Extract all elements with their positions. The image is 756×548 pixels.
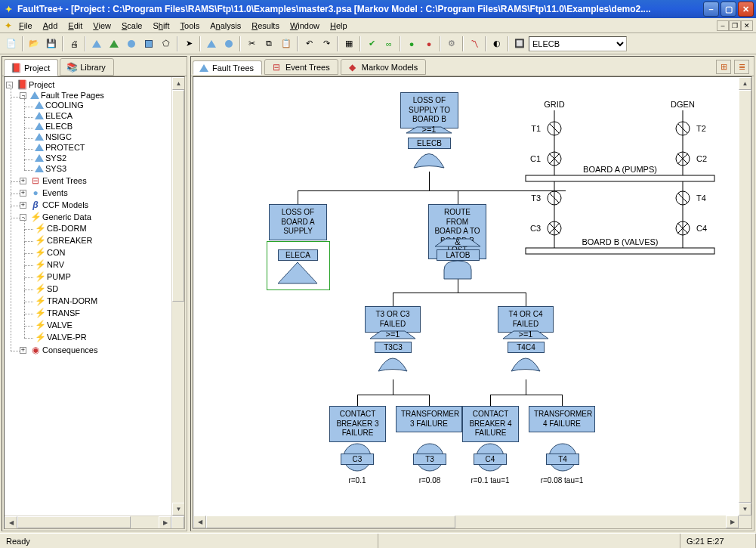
canvas-scrollbar-vertical[interactable]: ▲ ▼	[739, 77, 751, 515]
menu-window[interactable]: Window	[285, 20, 325, 31]
overview-button[interactable]: ⊞	[716, 60, 731, 74]
node-t4-name[interactable]: T4	[546, 454, 579, 465]
tree-ccf-models[interactable]: CCF Models	[42, 200, 88, 209]
tree-gd-item[interactable]: TRANSF	[47, 308, 80, 317]
tb-undo-icon[interactable]: ↶	[301, 36, 317, 52]
tree-generic-data[interactable]: Generic Data	[42, 212, 91, 221]
node-elecb-desc[interactable]: LOSS OF SUPPLY TO BOARD B	[400, 92, 458, 128]
tree-consequences[interactable]: Consequences	[42, 345, 97, 354]
tb-redo-icon[interactable]: ↷	[318, 36, 335, 52]
tb-transfer-icon[interactable]	[140, 36, 157, 52]
node-eleca-name[interactable]: ELECA	[278, 249, 318, 261]
maximize-button[interactable]: ▢	[721, 2, 736, 17]
tree-fault-tree-pages[interactable]: Fault Tree Pages	[41, 91, 104, 100]
tree-ft-item[interactable]: NSIGC	[45, 132, 72, 141]
tb-and-gate-icon[interactable]	[88, 36, 105, 52]
tb-print-icon[interactable]: 🖨	[66, 36, 82, 52]
tree-gd-item[interactable]: PUMP	[47, 272, 71, 281]
tb-paste-icon[interactable]: 📋	[278, 36, 295, 52]
node-t4c4-name[interactable]: T4C4	[508, 342, 545, 353]
menu-file[interactable]: FFileile	[14, 20, 38, 31]
tb-house-icon[interactable]: ⬠	[158, 36, 174, 52]
node-t4c4-desc[interactable]: T4 OR C4 FAILED	[498, 306, 554, 333]
mdi-close-button[interactable]: ✕	[741, 20, 753, 31]
node-c4-desc[interactable]: CONTACT BREAKER 4 FAILURE	[462, 406, 519, 442]
diagram-canvas[interactable]: LOSS OF SUPPLY TO BOARD B >=1 ELECB LOSS…	[193, 77, 751, 528]
node-c3-desc[interactable]: CONTACT BREAKER 3 FAILURE	[329, 406, 386, 442]
tree-ft-item[interactable]: ELECB	[45, 122, 73, 131]
tree-gd-item[interactable]: VALVE	[47, 320, 73, 330]
minimize-button[interactable]: –	[703, 2, 719, 17]
tb-window-icon[interactable]: ▦	[341, 36, 357, 52]
menu-analysis[interactable]: Analysis	[205, 20, 246, 31]
node-t4-desc[interactable]: TRANSFORMER 4 FAILURE	[529, 406, 595, 432]
tree-scrollbar-vertical[interactable]: ▲ ▼	[171, 77, 184, 515]
menu-help[interactable]: Help	[325, 20, 353, 31]
mdi-restore-button[interactable]: ❐	[729, 20, 741, 31]
menu-view[interactable]: View	[88, 20, 116, 31]
tb-save-icon[interactable]: 💾	[43, 36, 60, 52]
tree-ft-item[interactable]: SYS2	[45, 153, 66, 163]
node-t3-desc[interactable]: TRANSFORMER 3 FAILURE	[396, 406, 462, 432]
sidebar-tab-library[interactable]: 📚Library	[60, 58, 114, 76]
project-tree[interactable]: -📕Project -Fault Tree Pages COOLINGELECA…	[5, 77, 184, 358]
node-latob-name[interactable]: LATOB	[437, 249, 480, 261]
generic-data-item-icon: ⚡	[35, 271, 45, 282]
tree-root[interactable]: Project	[29, 80, 54, 89]
menu-results[interactable]: Results	[246, 20, 285, 31]
tree-gd-item[interactable]: TRAN-DORM	[47, 296, 97, 305]
close-button[interactable]: ✕	[738, 2, 754, 17]
svg-text:DGEN: DGEN	[671, 100, 695, 109]
menu-shift[interactable]: Shift	[148, 20, 175, 31]
sidebar-tab-project[interactable]: 📕Project	[4, 59, 58, 76]
content-tab-fault-trees[interactable]: Fault Trees	[193, 60, 262, 75]
tb-check-icon[interactable]: ✔	[363, 36, 380, 52]
tree-gd-item[interactable]: SD	[47, 284, 58, 293]
node-eleca-desc[interactable]: LOSS OF BOARD A SUPPLY	[269, 204, 327, 240]
tree-event-trees[interactable]: Event Trees	[42, 176, 87, 185]
tree-gd-item[interactable]: VALVE-PR	[47, 333, 87, 342]
tb-chart-icon[interactable]: 〽	[466, 36, 483, 52]
tb-pie-icon[interactable]: ◐	[489, 36, 505, 52]
menu-scale[interactable]: Scale	[116, 20, 148, 31]
content-tab-markov[interactable]: ◆Markov Models	[341, 59, 427, 75]
tree-scrollbar-horizontal[interactable]: ◀ ▶	[5, 515, 184, 528]
tree-ft-item[interactable]: PROTECT	[45, 143, 85, 152]
canvas-scrollbar-horizontal[interactable]: ◀ ▶	[193, 515, 739, 528]
tb-marker2-icon[interactable]: ●	[421, 36, 437, 52]
tb-gear-icon[interactable]: ⚙	[443, 36, 460, 52]
menu-edit[interactable]: Edit	[63, 20, 88, 31]
menu-tools[interactable]: Tools	[175, 20, 205, 31]
node-t3c3-desc[interactable]: T3 OR C3 FAILED	[365, 306, 421, 333]
tree-ft-item[interactable]: COOLING	[45, 101, 84, 110]
tb-copy-icon[interactable]: ⧉	[261, 36, 277, 52]
content-tab-event-trees[interactable]: ⊟Event Trees	[264, 59, 338, 75]
tb-new-icon[interactable]: 📄	[3, 36, 20, 52]
tree-gd-item[interactable]: NRV	[47, 260, 64, 269]
tree-gd-item[interactable]: CBREAKER	[47, 236, 93, 245]
mdi-minimize-button[interactable]: –	[717, 20, 729, 31]
tb-or-gate-icon[interactable]	[106, 36, 122, 52]
tree-ft-item[interactable]: SYS3	[45, 164, 66, 173]
tb-open-icon[interactable]: 📂	[26, 36, 42, 52]
tb-pointer-icon[interactable]: ➤	[181, 36, 197, 52]
tree-ft-item[interactable]: ELECA	[45, 111, 73, 120]
tb-infinity-icon[interactable]: ∞	[381, 36, 397, 52]
tree-events[interactable]: Events	[42, 188, 68, 197]
tb-add-event-icon[interactable]	[221, 36, 237, 52]
node-elecb-name[interactable]: ELECB	[408, 138, 451, 149]
tree-gd-item[interactable]: CB-DORM	[47, 224, 87, 233]
node-t3c3-name[interactable]: T3C3	[375, 342, 412, 353]
tree-gd-item[interactable]: CON	[47, 248, 65, 257]
menu-add[interactable]: Add	[38, 20, 63, 31]
tb-marker1-icon[interactable]: ●	[403, 36, 420, 52]
tb-nav-icon[interactable]: 🔲	[511, 36, 528, 52]
tb-add-gate-icon[interactable]	[203, 36, 220, 52]
tb-event-icon[interactable]	[123, 36, 140, 52]
tb-cut-icon[interactable]: ✂	[243, 36, 260, 52]
tb-page-select[interactable]: ELECB	[529, 36, 627, 51]
list-view-button[interactable]: ≣	[734, 60, 749, 74]
node-c3-name[interactable]: C3	[341, 454, 374, 465]
node-t3-name[interactable]: T3	[413, 454, 446, 465]
node-c4-name[interactable]: C4	[474, 454, 507, 465]
